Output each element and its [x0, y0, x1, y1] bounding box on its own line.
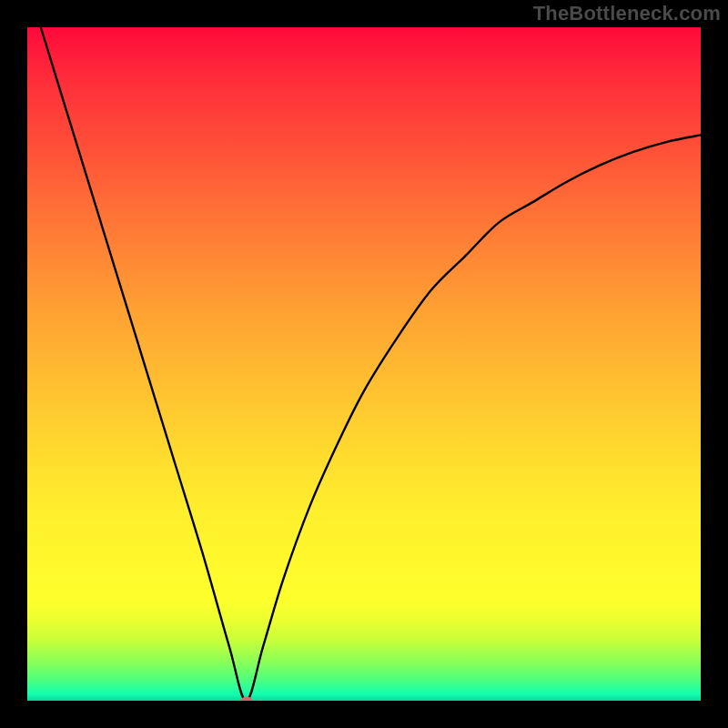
bottleneck-curve [27, 27, 701, 701]
watermark-text: TheBottleneck.com [533, 2, 721, 25]
plot-area [27, 27, 701, 701]
optimal-point-marker [240, 697, 252, 702]
curve-path [41, 27, 701, 701]
chart-frame: TheBottleneck.com [0, 0, 728, 728]
